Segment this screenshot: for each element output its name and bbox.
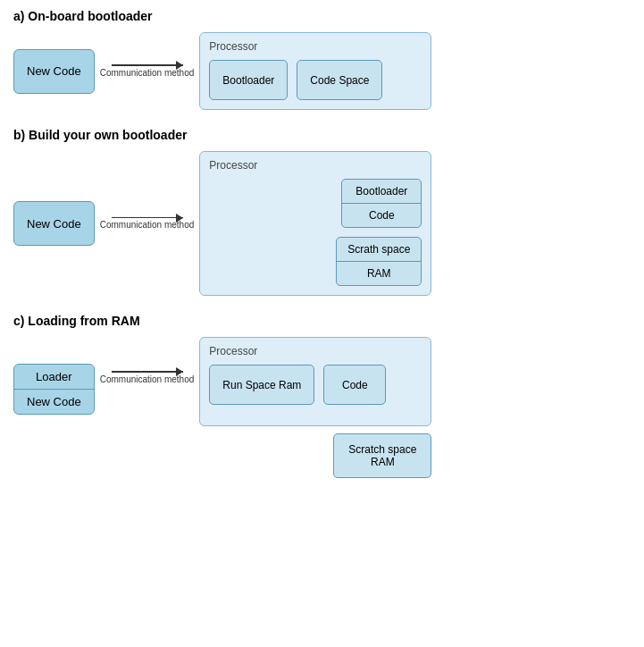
arrow-area-b: Communication method [100,217,195,231]
processor-label-c: Processor [209,345,422,357]
scratch-space-ram-c: Scratch space RAM [333,433,431,478]
scratch-row1-b: Scrath space [337,238,421,261]
scratch-line2-c: RAM [348,456,416,468]
processor-box-a: Processor Bootloader Code Space [199,32,431,110]
section-b-label: b) Build your own bootloader [13,128,631,142]
arrow-a [112,64,183,66]
processor-box-c: Processor Run Space Ram Code [199,337,431,426]
bootloader-code-box-b: Bootloader Code [341,179,422,228]
code-box-c: Code [323,365,386,405]
processor-label-b: Processor [209,159,422,172]
bootloader-row-b: Bootloader [342,180,421,203]
code-space-box-a: Code Space [297,60,382,100]
processor-label-a: Processor [209,40,422,53]
loader-newcode-box-c: Loader New Code [13,364,95,415]
arrow-line-c [112,371,183,373]
diagram-c-wrapper: Loader New Code Communication method Pro… [13,337,631,478]
arrow-line-a [112,64,183,66]
diagram-b: New Code Communication method Processor … [13,151,631,296]
arrow-line-b [112,217,183,219]
scratch-below-c: Scratch space RAM [199,433,431,478]
new-code-box-b: New Code [13,201,95,246]
diagram-a: New Code Communication method Processor … [13,32,631,110]
arrow-c [112,371,183,373]
arrow-b [112,217,183,219]
section-a-label: a) On-board bootloader [13,9,631,23]
arrow-area-c: Communication method [100,371,195,384]
section-c-label: c) Loading from RAM [13,314,631,328]
scratch-line1-c: Scratch space [348,443,416,456]
arrow-area-a: Communication method [100,64,195,78]
scratch-space-box-b: Scrath space RAM [336,237,422,286]
processor-box-b: Processor Bootloader Code Scrath space R… [199,151,431,296]
run-space-ram-box-c: Run Space Ram [209,365,314,405]
loader-row-c: Loader [14,365,94,390]
section-c: c) Loading from RAM Loader New Code Comm… [13,314,631,478]
scratch-row2-b: RAM [337,261,421,285]
newcode-row-c: New Code [14,390,94,414]
section-b: b) Build your own bootloader New Code Co… [13,128,631,296]
right-col-c: Processor Run Space Ram Code Scratch spa… [199,337,431,478]
processor-inner-c: Run Space Ram Code [209,365,422,405]
section-a: a) On-board bootloader New Code Communic… [13,9,631,110]
processor-inner-a: Bootloader Code Space [209,60,422,100]
new-code-box-a: New Code [13,49,95,94]
bootloader-box-a: Bootloader [209,60,288,100]
processor-inner-b: Bootloader Code Scrath space RAM [209,179,422,286]
code-row-b: Code [342,203,421,227]
